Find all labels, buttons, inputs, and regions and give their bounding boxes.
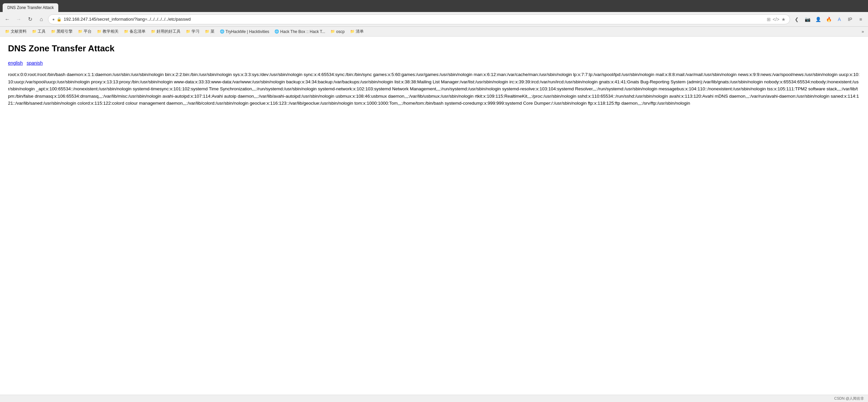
reader-icon: </> (773, 17, 779, 22)
bookmark-item-12[interactable]: 📁 清单 (348, 28, 366, 35)
tab-title: DNS Zone Transfer Attack (7, 5, 54, 10)
bookmark-item-0[interactable]: 📁 文献资料 (3, 28, 29, 35)
bookmark-item-11[interactable]: 📁 oscp (328, 28, 347, 35)
bookmark-label-6: 好用的好工具 (157, 29, 181, 34)
bookmark-star-icon[interactable]: ★ (781, 17, 786, 22)
status-text: CSDN @人闻佐非 (834, 396, 864, 401)
lock-icon: 🔒 (57, 17, 62, 22)
bookmark-label-1: 工具 (38, 29, 45, 34)
folder-icon-3: 📁 (78, 29, 83, 34)
bookmark-item-4[interactable]: 📁 教学相关 (95, 28, 121, 35)
spanish-link[interactable]: spanish (27, 60, 43, 66)
bookmark-label-5: 备忘清单 (130, 29, 146, 34)
translate-toolbar-icon[interactable]: A (835, 15, 844, 24)
toolbar: ← → ↻ ⌂ ● 🔒 ⊞ </> ★ ❮ 📷 👤 🔥 A IP ≡ (0, 12, 868, 27)
bookmark-item-6[interactable]: 📁 好用的好工具 (149, 28, 183, 35)
bookmark-label-9: TryHackMe | Hacktivities (225, 29, 269, 34)
folder-icon-6: 📁 (151, 29, 156, 34)
bookmarks-overflow[interactable]: » (860, 29, 865, 34)
folder-icon-2: 📁 (51, 29, 56, 34)
page-title: DNS Zone Transfer Attack (8, 43, 860, 54)
folder-icon-7: 📁 (186, 29, 190, 34)
bookmark-item-1[interactable]: 📁 工具 (30, 28, 48, 35)
folder-icon-11: 📁 (331, 29, 335, 34)
tab-bar: DNS Zone Transfer Attack (0, 0, 868, 12)
bookmark-label-3: 平台 (84, 29, 92, 34)
folder-icon-12: 📁 (350, 29, 355, 34)
address-bar[interactable]: ● 🔒 ⊞ </> ★ (48, 15, 790, 24)
bookmark-label-7: 学习 (191, 29, 199, 34)
back-button[interactable]: ← (3, 15, 12, 24)
bookmark-item-5[interactable]: 📁 备忘清单 (122, 28, 148, 35)
active-tab[interactable]: DNS Zone Transfer Attack (3, 3, 58, 12)
translate-icon: ⊞ (767, 17, 771, 22)
browser-window: DNS Zone Transfer Attack ← → ↻ ⌂ ● 🔒 ⊞ <… (0, 0, 868, 402)
bookmarks-bar: 📁 文献资料 📁 工具 📁 黑暗引擎 📁 平台 📁 教学相关 📁 备忘清单 📁 … (0, 27, 868, 37)
globe-icon-10: 🌐 (275, 29, 279, 34)
folder-icon-8: 📁 (205, 29, 210, 34)
pocket-icon[interactable]: ❮ (792, 15, 801, 24)
passwd-content: root:x:0:0:root:/root:/bin/bash daemon:x… (8, 71, 860, 107)
english-link[interactable]: english (8, 60, 23, 66)
bookmark-item-2[interactable]: 📁 黑暗引擎 (49, 28, 75, 35)
profile-icon[interactable]: 👤 (813, 15, 823, 24)
bookmark-label-2: 黑暗引擎 (57, 29, 72, 34)
screenshot-icon[interactable]: 📷 (803, 15, 812, 24)
bookmark-label-12: 清单 (356, 29, 364, 34)
fire-icon[interactable]: 🔥 (824, 15, 833, 24)
folder-icon-5: 📁 (124, 29, 129, 34)
home-button[interactable]: ⌂ (37, 15, 46, 24)
bookmark-item-9[interactable]: 🌐 TryHackMe | Hacktivities (217, 28, 272, 35)
menu-button[interactable]: ≡ (856, 15, 865, 24)
language-links: english spanish (8, 60, 860, 66)
folder-icon-1: 📁 (32, 29, 37, 34)
url-input[interactable] (64, 17, 765, 22)
bookmark-label-11: oscp (336, 29, 344, 34)
ip-icon[interactable]: IP (845, 15, 855, 24)
status-bar: CSDN @人闻佐非 (0, 395, 868, 402)
page-content: DNS Zone Transfer Attack english spanish… (0, 37, 868, 395)
security-icon: ● (52, 17, 55, 22)
folder-icon-4: 📁 (97, 29, 101, 34)
toolbar-right: ❮ 📷 👤 🔥 A IP ≡ (792, 15, 865, 24)
globe-icon-9: 🌐 (220, 29, 224, 34)
bookmark-label-4: 教学相关 (102, 29, 119, 34)
bookmark-label-8: 菜 (211, 29, 215, 34)
bookmark-label-0: 文献资料 (11, 29, 27, 34)
bookmark-item-3[interactable]: 📁 平台 (75, 28, 94, 35)
reload-button[interactable]: ↻ (25, 15, 35, 24)
bookmark-item-8[interactable]: 📁 菜 (203, 28, 217, 35)
forward-button[interactable]: → (14, 15, 23, 24)
bookmark-item-7[interactable]: 📁 学习 (184, 28, 202, 35)
folder-icon-0: 📁 (5, 29, 10, 34)
bookmark-label-10: Hack The Box :: Hack T... (280, 29, 325, 34)
bookmark-item-10[interactable]: 🌐 Hack The Box :: Hack T... (272, 28, 328, 35)
